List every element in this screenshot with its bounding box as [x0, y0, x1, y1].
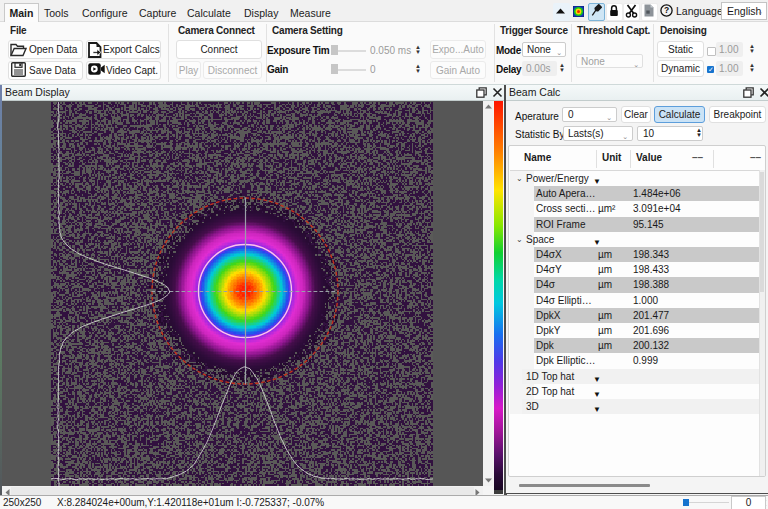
svg-text:?: ?: [664, 5, 669, 15]
